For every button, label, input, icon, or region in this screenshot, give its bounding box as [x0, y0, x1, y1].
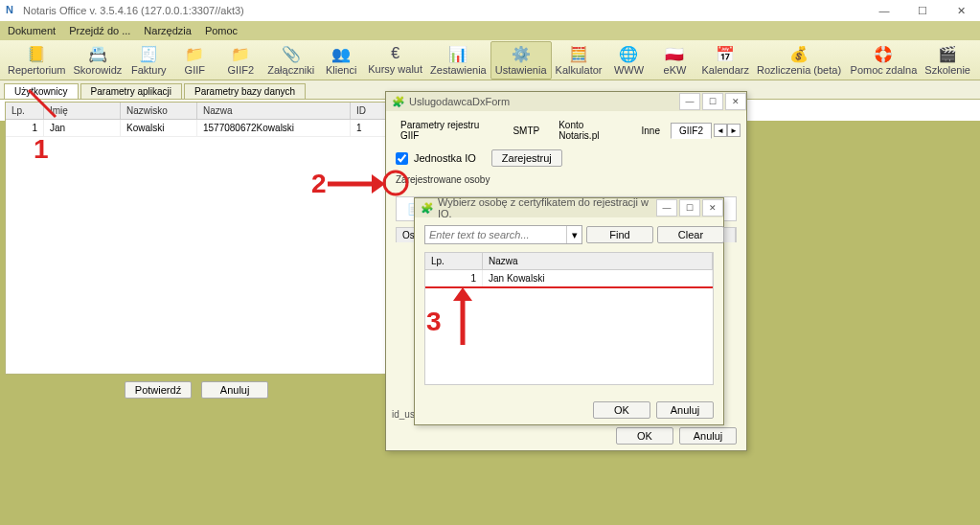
- flag-icon: 🇵🇱: [665, 45, 684, 63]
- tool-www[interactable]: 🌐WWW: [605, 41, 651, 80]
- globe-icon: 🌐: [619, 45, 638, 63]
- dtab-smtp[interactable]: SMTP: [504, 123, 548, 139]
- settings-icon: ⚙️: [512, 45, 531, 63]
- dtab-konto[interactable]: Konto Notaris.pl: [550, 117, 630, 144]
- tab-uzytkownicy[interactable]: Użytkownicy: [4, 83, 79, 99]
- menu-przejdz[interactable]: Przejdź do ...: [69, 25, 130, 36]
- tool-kalendarz[interactable]: 📅Kalendarz: [697, 41, 753, 80]
- search-input[interactable]: [425, 226, 566, 243]
- menu-pomoc[interactable]: Pomoc: [205, 25, 238, 36]
- dtab-param-giif[interactable]: Parametry rejestru GIIF: [392, 117, 502, 144]
- dialog-title: UslugodawcaDxForm: [409, 96, 510, 107]
- zarejestruj-button[interactable]: Zarejestruj: [491, 149, 562, 167]
- dialog-tabs: Parametry rejestru GIIF SMTP Konto Notar…: [386, 111, 746, 144]
- dtab-giif2[interactable]: GIIF2: [671, 123, 712, 139]
- dialog2-titlebar: 🧩 Wybierz osobę z certyfikatem do rejest…: [415, 198, 723, 217]
- window-title: Notaris Office v. 3.5.4.16 (127.0.0.1:33…: [23, 5, 244, 16]
- index-icon: 📇: [88, 45, 107, 63]
- dialog2-title: Wybierz osobę z certyfikatem do rejestra…: [438, 196, 654, 219]
- dlg1-anuluj-button[interactable]: Anuluj: [679, 427, 737, 445]
- report-icon: 📊: [448, 45, 467, 63]
- coins-icon: 💰: [789, 45, 809, 63]
- dialog-max-button[interactable]: ☐: [702, 93, 723, 110]
- book-icon: 📒: [27, 45, 46, 63]
- tool-skorowidz[interactable]: 📇Skorowidz: [70, 41, 126, 80]
- clear-button[interactable]: Clear: [657, 226, 724, 243]
- tool-klienci[interactable]: 👥Klienci: [318, 41, 364, 80]
- dialog-titlebar: 🧩 UslugodawcaDxForm — ☐ ✕: [386, 92, 746, 111]
- grid-header: Lp. Imię Nazwisko Nazwa ID: [6, 103, 387, 120]
- maximize-button[interactable]: ☐: [903, 0, 942, 21]
- remote-help-icon: 🛟: [874, 45, 893, 63]
- users-grid: Lp. Imię Nazwisko Nazwa ID 1 Jan Kowalsk…: [5, 102, 388, 375]
- search-box: ▾: [424, 225, 582, 244]
- tool-repertorium[interactable]: 📒Repertorium: [4, 41, 70, 80]
- training-icon: 🎬: [938, 45, 957, 63]
- potwierdz-button[interactable]: Potwierdź: [125, 381, 192, 399]
- menu-dokument[interactable]: Dokument: [8, 25, 56, 36]
- calculator-icon: 🧮: [569, 45, 588, 63]
- folder-icon: 📁: [185, 45, 204, 63]
- jednostka-checkbox[interactable]: [396, 152, 408, 165]
- dialog2-close-button[interactable]: ✕: [702, 199, 723, 217]
- wybierz-osobe-dialog: 🧩 Wybierz osobę z certyfikatem do rejest…: [414, 197, 724, 425]
- menu-narzedzia[interactable]: Narzędzia: [144, 25, 192, 36]
- persons-select-grid: Lp. Nazwa 1 Jan Kowalski: [424, 252, 714, 385]
- jednostka-label: Jednostka IO: [414, 152, 476, 164]
- col-nazwa[interactable]: Nazwa: [197, 103, 351, 119]
- grid3-header: Lp. Nazwa: [425, 253, 713, 270]
- tab-parametry-bazy[interactable]: Parametry bazy danych: [184, 83, 306, 99]
- col-imie[interactable]: Imię: [44, 103, 121, 119]
- tool-giif[interactable]: 📁GIIF: [171, 41, 217, 80]
- tab-prev-button[interactable]: ◄: [714, 124, 727, 137]
- dialog2-icon: 🧩: [421, 202, 434, 215]
- dlg2-anuluj-button[interactable]: Anuluj: [656, 401, 714, 419]
- tool-ustawienia[interactable]: ⚙️Ustawienia: [490, 41, 552, 80]
- tool-kursy[interactable]: €Kursy walut: [364, 41, 426, 80]
- tool-ekw[interactable]: 🇵🇱eKW: [651, 41, 697, 80]
- minimize-button[interactable]: —: [865, 0, 903, 21]
- col-lp[interactable]: Lp.: [6, 103, 44, 119]
- euro-icon: €: [391, 45, 399, 62]
- tool-szkolenie[interactable]: 🎬Szkolenie: [921, 41, 974, 80]
- dialog2-max-button[interactable]: ☐: [679, 199, 700, 217]
- dtab-inne[interactable]: Inne: [633, 123, 669, 139]
- tab-parametry-aplikacji[interactable]: Parametry aplikacji: [80, 83, 182, 99]
- tool-zestawienia[interactable]: 📊Zestawienia: [426, 41, 490, 80]
- dlg1-ok-button[interactable]: OK: [616, 427, 673, 445]
- search-row: ▾ Find Clear: [415, 217, 723, 252]
- anuluj-button[interactable]: Anuluj: [201, 381, 268, 399]
- g3-col-lp[interactable]: Lp.: [425, 253, 483, 269]
- tab-next-button[interactable]: ►: [727, 124, 741, 137]
- g3-col-nazwa[interactable]: Nazwa: [483, 253, 713, 269]
- tool-rozliczenia[interactable]: 💰Rozliczenia (beta): [753, 41, 845, 80]
- col-nazwisko[interactable]: Nazwisko: [121, 103, 197, 119]
- calendar-icon: 📅: [716, 45, 735, 63]
- app-icon: N: [6, 4, 19, 17]
- dialog-icon: 🧩: [392, 96, 405, 108]
- table-row[interactable]: 1 Jan Kowalski 1577080672Kowalski 1: [6, 120, 387, 137]
- dialog-close-button[interactable]: ✕: [725, 93, 746, 110]
- tool-giif2[interactable]: 📁GIIF2: [217, 41, 263, 80]
- attachment-icon: 📎: [282, 45, 301, 63]
- search-dropdown-button[interactable]: ▾: [566, 226, 581, 243]
- tool-faktury[interactable]: 🧾Faktury: [125, 41, 171, 80]
- col-id[interactable]: ID: [351, 103, 387, 119]
- tool-pomoc-zdalna[interactable]: 🛟Pomoc zdalna: [847, 41, 922, 80]
- titlebar: N Notaris Office v. 3.5.4.16 (127.0.0.1:…: [0, 0, 980, 21]
- menubar: Dokument Przejdź do ... Narzędzia Pomoc: [0, 21, 980, 40]
- folder-icon: 📁: [231, 45, 250, 63]
- button-row: Potwierdź Anuluj: [5, 376, 388, 404]
- dialog-min-button[interactable]: —: [679, 93, 700, 110]
- invoice-icon: 🧾: [139, 45, 158, 63]
- dlg2-ok-button[interactable]: OK: [593, 401, 650, 419]
- zarej-osoby-label: Zarejestrowane osoby: [386, 172, 746, 187]
- main-toolbar: 📒Repertorium 📇Skorowidz 🧾Faktury 📁GIIF 📁…: [0, 40, 980, 80]
- people-icon: 👥: [331, 45, 351, 63]
- table-row[interactable]: 1 Jan Kowalski: [425, 270, 713, 288]
- close-button[interactable]: ✕: [942, 0, 980, 21]
- tool-zalaczniki[interactable]: 📎Załączniki: [263, 41, 318, 80]
- tool-kalkulator[interactable]: 🧮Kalkulator: [552, 41, 606, 80]
- find-button[interactable]: Find: [586, 226, 653, 243]
- dialog2-min-button[interactable]: —: [656, 199, 677, 217]
